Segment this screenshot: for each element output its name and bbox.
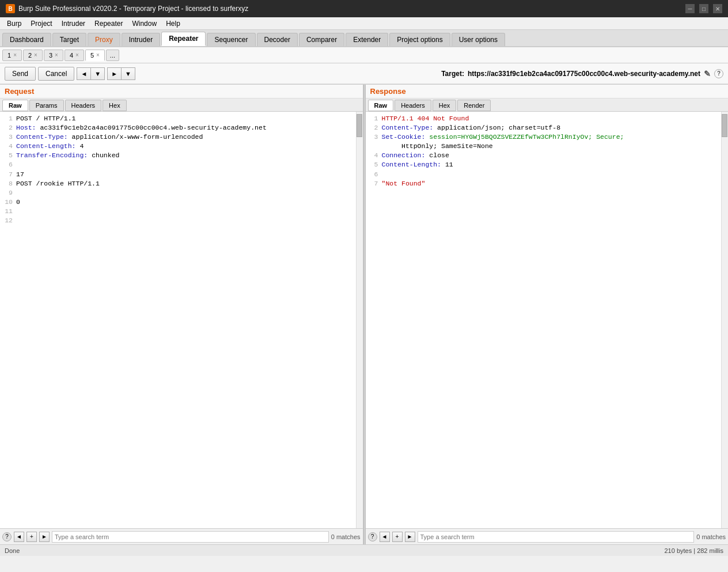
repeater-tab-1[interactable]: 1 × — [2, 50, 22, 61]
request-search-help-button[interactable]: ? — [2, 532, 12, 541]
request-search-bar: ? ◄ + ► 0 matches — [0, 528, 363, 544]
request-scroll-thumb[interactable] — [357, 114, 362, 137]
request-line-11: 11 — [0, 207, 356, 216]
menu-project[interactable]: Project — [26, 18, 56, 29]
nav-fwd-group: ► ▼ — [107, 67, 135, 80]
response-line-6: 6 — [366, 170, 722, 179]
request-search-input[interactable] — [52, 531, 329, 543]
status-right: 210 bytes | 282 millis — [664, 547, 723, 554]
response-title: Response — [366, 85, 729, 99]
tab-decoder[interactable]: Decoder — [257, 33, 298, 46]
request-tab-bar: Raw Params Headers Hex — [0, 99, 363, 112]
tab-proxy[interactable]: Proxy — [88, 33, 120, 46]
repeater-tab-3[interactable]: 3 × — [44, 50, 63, 61]
status-left: Done — [5, 547, 20, 554]
request-tab-headers[interactable]: Headers — [65, 100, 102, 111]
nav-back-dropdown-button[interactable]: ▼ — [91, 67, 105, 80]
repeater-tab-2[interactable]: 2 × — [23, 50, 43, 61]
request-search-next-button[interactable]: + — [26, 532, 37, 542]
response-line-2: 2 Content-Type: application/json; charse… — [366, 123, 722, 132]
request-line-7: 7 17 — [0, 170, 356, 179]
request-line-2: 2 Host: ac331f9c1eb2ca4ac091775c00cc00c4… — [0, 123, 356, 132]
app-icon: B — [6, 4, 15, 13]
request-scrollbar[interactable] — [356, 112, 363, 528]
close-tab-3-icon[interactable]: × — [55, 52, 58, 58]
maximize-button[interactable]: □ — [699, 4, 708, 13]
response-line-7: 7 "Not Found" — [366, 179, 722, 188]
close-tab-4-icon[interactable]: × — [75, 52, 79, 58]
tab-project-options[interactable]: Project options — [389, 33, 450, 46]
tab-dashboard[interactable]: Dashboard — [2, 33, 51, 46]
response-code-area[interactable]: 1 HTTP/1.1 404 Not Found 2 Content-Type:… — [366, 112, 722, 528]
main-tab-bar: Dashboard Target Proxy Intruder Repeater… — [0, 30, 728, 47]
request-tab-raw[interactable]: Raw — [2, 100, 28, 111]
request-search-clear-button[interactable]: ► — [39, 532, 50, 542]
request-line-3: 3 Content-Type: application/x-www-form-u… — [0, 132, 356, 142]
response-search-clear-button[interactable]: ► — [405, 532, 415, 542]
nav-back-button[interactable]: ◄ — [77, 67, 91, 80]
request-tab-hex[interactable]: Hex — [103, 100, 127, 111]
nav-fwd-dropdown-button[interactable]: ▼ — [122, 67, 135, 80]
request-line-1: 1 POST / HTTP/1.1 — [0, 114, 356, 123]
repeater-tab-5[interactable]: 5 × — [85, 50, 105, 61]
response-tab-raw[interactable]: Raw — [368, 100, 394, 111]
tab-comparer[interactable]: Comparer — [299, 33, 344, 46]
request-line-8: 8 POST /rookie HTTP/1.1 — [0, 179, 356, 188]
menu-burp[interactable]: Burp — [2, 18, 26, 29]
response-tab-headers[interactable]: Headers — [395, 100, 431, 111]
request-line-9: 9 — [0, 188, 356, 198]
request-line-6: 6 — [0, 160, 356, 169]
response-tab-render[interactable]: Render — [457, 100, 491, 111]
repeater-tabs-more[interactable]: ... — [106, 50, 119, 61]
response-scroll-thumb[interactable] — [722, 114, 727, 137]
repeater-tab-4[interactable]: 4 × — [65, 50, 84, 61]
request-search-prev-button[interactable]: ◄ — [14, 532, 24, 542]
minimize-button[interactable]: ─ — [685, 4, 695, 13]
edit-target-icon[interactable]: ✎ — [704, 69, 711, 78]
menu-repeater[interactable]: Repeater — [90, 18, 127, 29]
close-button[interactable]: ✕ — [713, 4, 722, 13]
tab-sequencer[interactable]: Sequencer — [207, 33, 255, 46]
response-tab-hex[interactable]: Hex — [433, 100, 457, 111]
request-tab-params[interactable]: Params — [29, 100, 64, 111]
nav-back-group: ◄ ▼ — [77, 67, 105, 80]
statusbar: Done 210 bytes | 282 millis — [0, 544, 728, 556]
close-tab-1-icon[interactable]: × — [13, 52, 17, 58]
request-search-matches: 0 matches — [331, 533, 361, 540]
response-search-input[interactable] — [418, 531, 695, 543]
menu-window[interactable]: Window — [127, 18, 161, 29]
menubar: Burp Project Intruder Repeater Window He… — [0, 17, 728, 30]
response-search-prev-button[interactable]: ◄ — [380, 532, 390, 542]
close-tab-5-icon[interactable]: × — [96, 52, 100, 58]
close-tab-2-icon[interactable]: × — [34, 52, 37, 58]
response-scrollbar[interactable] — [721, 112, 728, 528]
cancel-button[interactable]: Cancel — [38, 67, 74, 81]
response-search-help-button[interactable]: ? — [368, 532, 377, 541]
response-line-3b: HttpOnly; SameSite=None — [366, 142, 722, 151]
help-icon[interactable]: ? — [714, 69, 723, 78]
request-line-12: 12 — [0, 216, 356, 225]
send-button[interactable]: Send — [5, 67, 36, 81]
request-title: Request — [0, 85, 363, 99]
request-line-4: 4 Content-Length: 4 — [0, 142, 356, 151]
titlebar: B Burp Suite Professional v2020.2 - Temp… — [0, 0, 728, 17]
tab-repeater[interactable]: Repeater — [161, 32, 206, 46]
nav-fwd-button[interactable]: ► — [107, 67, 122, 80]
tab-user-options[interactable]: User options — [452, 33, 505, 46]
tab-target[interactable]: Target — [52, 33, 86, 46]
response-tab-bar: Raw Headers Hex Render — [366, 99, 729, 112]
request-code-area[interactable]: 1 POST / HTTP/1.1 2 Host: ac331f9c1eb2ca… — [0, 112, 356, 528]
menu-intruder[interactable]: Intruder — [57, 18, 90, 29]
response-panel: Response Raw Headers Hex Render 1 HTTP/1… — [366, 85, 729, 544]
tab-intruder[interactable]: Intruder — [122, 33, 160, 46]
target-label: Target: — [441, 70, 464, 78]
response-search-bar: ? ◄ + ► 0 matches — [366, 528, 729, 544]
request-panel: Request Raw Params Headers Hex 1 POST / … — [0, 85, 363, 544]
response-line-3: 3 Set-Cookie: session=HYGWj5BQOZSVEZZEfw… — [366, 132, 722, 142]
response-search-next-button[interactable]: + — [392, 532, 403, 542]
target-url: https://ac331f9c1eb2ca4ac091775c00cc00c4… — [468, 70, 700, 78]
menu-help[interactable]: Help — [161, 18, 185, 29]
response-line-1: 1 HTTP/1.1 404 Not Found — [366, 114, 722, 123]
tab-extender[interactable]: Extender — [346, 33, 388, 46]
response-search-matches: 0 matches — [696, 533, 726, 540]
